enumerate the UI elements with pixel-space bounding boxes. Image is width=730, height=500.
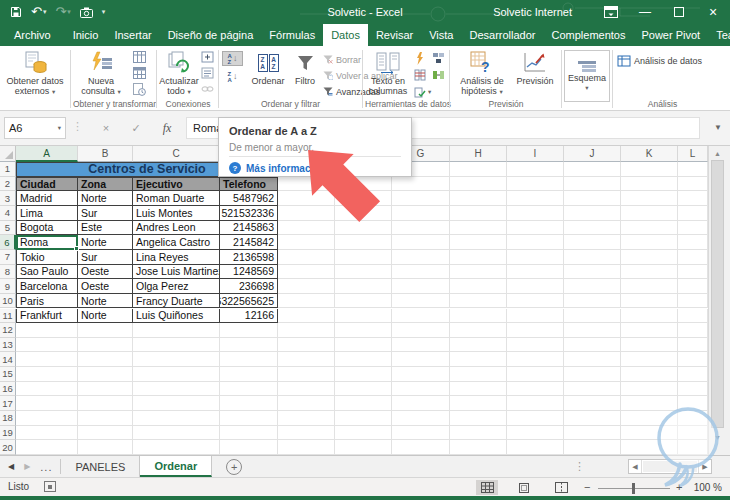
customize-qat-icon[interactable]: ▾ bbox=[102, 8, 106, 16]
cell-B4[interactable]: Sur bbox=[78, 206, 133, 221]
close-button[interactable]: × bbox=[696, 0, 730, 24]
column-header-B[interactable]: B bbox=[78, 146, 133, 162]
tab-revisar[interactable]: Revisar bbox=[368, 24, 421, 46]
cell-F18[interactable] bbox=[335, 411, 392, 426]
cell-E17[interactable] bbox=[278, 396, 335, 411]
next-sheet-icon[interactable]: ▶ bbox=[24, 462, 30, 471]
cell-G16[interactable] bbox=[392, 382, 450, 397]
cell-K9[interactable] bbox=[621, 279, 678, 294]
cell-H2[interactable] bbox=[450, 177, 507, 192]
cell-B17[interactable] bbox=[78, 396, 133, 411]
cell-G19[interactable] bbox=[392, 426, 450, 441]
row-header-8[interactable]: 8 bbox=[0, 265, 16, 280]
cell-A19[interactable] bbox=[16, 426, 78, 441]
vertical-scrollbar[interactable]: ▲ ▼ bbox=[708, 146, 730, 455]
cell-D11[interactable]: 12166 bbox=[220, 309, 278, 324]
row-header-2[interactable]: 2 bbox=[0, 177, 16, 192]
cell-A18[interactable] bbox=[16, 411, 78, 426]
cell-C3[interactable]: Roman Duarte bbox=[133, 191, 220, 206]
what-if-analysis-button[interactable]: ? Análisis de hipótesis ▾ bbox=[454, 50, 510, 97]
row-header-19[interactable]: 19 bbox=[0, 426, 16, 441]
cell-J5[interactable] bbox=[564, 221, 621, 236]
cell-C2[interactable]: Ejecutivo bbox=[133, 177, 220, 192]
flash-fill-icon[interactable] bbox=[413, 51, 426, 65]
cell-E8[interactable] bbox=[278, 265, 335, 280]
cell-B11[interactable]: Norte bbox=[78, 309, 133, 324]
namebox-caret-icon[interactable]: ▾ bbox=[58, 124, 61, 132]
data-validation-caret[interactable]: ▾ bbox=[428, 88, 431, 96]
cell-L11[interactable] bbox=[678, 309, 708, 324]
cell-A17[interactable] bbox=[16, 396, 78, 411]
cell-A13[interactable] bbox=[16, 338, 78, 353]
row-header-13[interactable]: 13 bbox=[0, 338, 16, 353]
cell-F6[interactable] bbox=[335, 235, 392, 250]
cell-G12[interactable] bbox=[392, 323, 450, 338]
zoom-level[interactable]: 100 % bbox=[694, 482, 722, 493]
cell-B9[interactable]: Oeste bbox=[78, 279, 133, 294]
cell-G13[interactable] bbox=[392, 338, 450, 353]
cell-A4[interactable]: Lima bbox=[16, 206, 78, 221]
row-header-6[interactable]: 6 bbox=[0, 235, 16, 250]
account-name[interactable]: Solvetic Internet bbox=[493, 6, 572, 18]
row-header-18[interactable]: 18 bbox=[0, 411, 16, 426]
cell-E16[interactable] bbox=[278, 382, 335, 397]
name-box[interactable]: A6▾ bbox=[4, 117, 66, 139]
cell-G14[interactable] bbox=[392, 352, 450, 367]
sort-button[interactable]: ZAAZ Ordenar bbox=[247, 50, 289, 86]
cell-H15[interactable] bbox=[450, 367, 507, 382]
cell-K17[interactable] bbox=[621, 396, 678, 411]
cell-D2[interactable]: Telefono bbox=[220, 177, 278, 192]
column-header-I[interactable]: I bbox=[507, 146, 564, 162]
cell-E11[interactable] bbox=[278, 309, 335, 324]
cell-L15[interactable] bbox=[678, 367, 708, 382]
cell-L10[interactable] bbox=[678, 294, 708, 309]
cell-K4[interactable] bbox=[621, 206, 678, 221]
cell-B2[interactable]: Zona bbox=[78, 177, 133, 192]
cell-H10[interactable] bbox=[450, 294, 507, 309]
row-header-16[interactable]: 16 bbox=[0, 382, 16, 397]
minimize-button[interactable]: — bbox=[628, 0, 662, 24]
cell-B19[interactable] bbox=[78, 426, 133, 441]
cell-G18[interactable] bbox=[392, 411, 450, 426]
cell-K18[interactable] bbox=[621, 411, 678, 426]
cell-I12[interactable] bbox=[507, 323, 564, 338]
tab-inicio[interactable]: Inicio bbox=[65, 24, 107, 46]
cell-I3[interactable] bbox=[507, 191, 564, 206]
cell-B20[interactable] bbox=[78, 440, 133, 455]
cell-C7[interactable]: Lina Reyes bbox=[133, 250, 220, 265]
from-table-icon[interactable] bbox=[131, 50, 148, 64]
cell-H13[interactable] bbox=[450, 338, 507, 353]
tab-complementos[interactable]: Complementos bbox=[543, 24, 633, 46]
cell-C11[interactable]: Luis Quiñones bbox=[133, 309, 220, 324]
cell-A12[interactable] bbox=[16, 323, 78, 338]
cell-L3[interactable] bbox=[678, 191, 708, 206]
cell-J19[interactable] bbox=[564, 426, 621, 441]
cell-J15[interactable] bbox=[564, 367, 621, 382]
cell-I5[interactable] bbox=[507, 221, 564, 236]
camera-icon[interactable] bbox=[80, 7, 93, 18]
cell-D6[interactable]: 2145842 bbox=[220, 235, 278, 250]
zoom-out-icon[interactable]: − bbox=[584, 481, 590, 493]
row-header-5[interactable]: 5 bbox=[0, 221, 16, 236]
cell-E9[interactable] bbox=[278, 279, 335, 294]
forecast-sheet-button[interactable]: Previsión bbox=[512, 50, 558, 86]
cell-L8[interactable] bbox=[678, 265, 708, 280]
relationships-icon[interactable] bbox=[430, 68, 446, 82]
cell-C20[interactable] bbox=[133, 440, 220, 455]
cell-J9[interactable] bbox=[564, 279, 621, 294]
cell-H11[interactable] bbox=[450, 309, 507, 324]
cell-A10[interactable]: Paris bbox=[16, 294, 78, 309]
page-break-view-button[interactable] bbox=[550, 480, 572, 495]
cell-H17[interactable] bbox=[450, 396, 507, 411]
cell-I6[interactable] bbox=[507, 235, 564, 250]
maximize-button[interactable] bbox=[662, 0, 696, 24]
cell-G6[interactable] bbox=[392, 235, 450, 250]
cell-C15[interactable] bbox=[133, 367, 220, 382]
cell-A11[interactable]: Frankfurt bbox=[16, 309, 78, 324]
cell-J10[interactable] bbox=[564, 294, 621, 309]
cell-K12[interactable] bbox=[621, 323, 678, 338]
cell-A2[interactable]: Ciudad bbox=[16, 177, 78, 192]
cell-D20[interactable] bbox=[220, 440, 278, 455]
cell-A14[interactable] bbox=[16, 352, 78, 367]
column-header-L[interactable]: L bbox=[678, 146, 708, 162]
